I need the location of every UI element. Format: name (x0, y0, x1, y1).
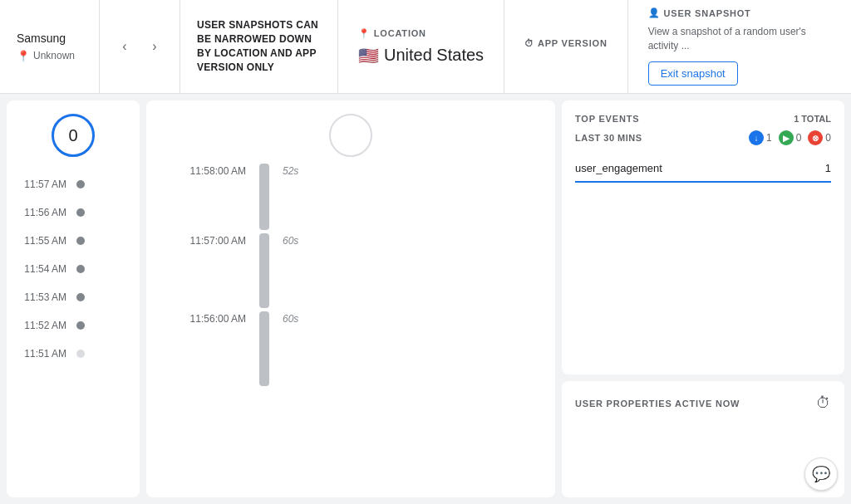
user-properties-header: USER PROPERTIES ACTIVE NOW ⏱ (575, 394, 831, 412)
segment-bar-container (259, 233, 269, 308)
timeline-time: 11:57 AM (20, 179, 66, 190)
app-version-label: ⏱ APP VERSION (524, 38, 608, 48)
total-badge: 1 TOTAL (794, 114, 831, 124)
event-counts: ↓ 1 ▶ 0 ⊗ 0 (749, 130, 831, 145)
feedback-button[interactable]: 💬 (804, 458, 838, 491)
location-label-header: 📍 LOCATION (358, 28, 484, 39)
last-30-mins-label: LAST 30 MINS (575, 133, 642, 143)
segment-time-label: 11:58:00 AM (160, 164, 259, 177)
timeline-item: 11:53 AM (13, 283, 133, 311)
timeline-item: 11:57 AM (13, 170, 133, 198)
timeline-item: 11:51 AM (13, 340, 133, 368)
event-name: user_engagement (575, 162, 662, 174)
device-location: 📍 Unknown (17, 50, 75, 62)
snapshot-info-section: USER SNAPSHOTS CAN BE NARROWED DOWN BY L… (180, 0, 338, 93)
center-segment: 11:58:00 AM52s (160, 164, 542, 230)
user-snapshot-description: View a snapshot of a random user's activ… (648, 25, 831, 53)
timeline-time: 11:56 AM (20, 207, 66, 218)
timeline-time: 11:52 AM (20, 320, 66, 331)
flag-icon: 🇺🇸 (358, 46, 379, 66)
timeline-dot (76, 265, 85, 273)
timeline-time: 11:55 AM (20, 235, 66, 247)
top-events-title: TOP EVENTS (575, 114, 639, 124)
segment-bar (259, 164, 269, 230)
location-content: 🇺🇸 United States (358, 46, 484, 66)
user-snapshot-section: 👤 USER SNAPSHOT View a snapshot of a ran… (628, 0, 851, 93)
feedback-icon: 💬 (812, 465, 830, 483)
center-segment: 11:57:00 AM60s (160, 233, 542, 308)
timeline-list: 11:57 AM 11:56 AM 11:55 AM 11:54 AM 11:5… (13, 170, 133, 368)
user-snapshot-icon: 👤 (648, 7, 661, 18)
user-properties-card: USER PROPERTIES ACTIVE NOW ⏱ (562, 381, 844, 497)
top-events-card: TOP EVENTS 1 TOTAL LAST 30 MINS ↓ 1 ▶ 0 … (562, 100, 844, 374)
user-properties-title: USER PROPERTIES ACTIVE NOW (575, 399, 740, 409)
center-segment: 11:56:00 AM60s (160, 311, 542, 386)
count-value: 1 (766, 132, 772, 144)
segment-time-label: 11:57:00 AM (160, 233, 259, 247)
pin-icon: 📍 (17, 50, 30, 62)
timeline-dot (76, 208, 85, 217)
prev-arrow-button[interactable]: ‹ (113, 35, 136, 58)
right-panel: TOP EVENTS 1 TOTAL LAST 30 MINS ↓ 1 ▶ 0 … (562, 100, 844, 497)
event-counter: 0 (52, 114, 95, 157)
device-name: Samsung (17, 32, 75, 45)
timeline-time: 11:53 AM (20, 291, 66, 303)
center-timeline: 11:58:00 AM52s11:57:00 AM60s11:56:00 AM6… (160, 164, 542, 484)
timeline-item: 11:54 AM (13, 255, 133, 283)
location-pin-icon: 📍 (358, 28, 371, 39)
timeline-item: 11:55 AM (13, 227, 133, 255)
top-bar: Samsung 📍 Unknown ‹ › USER SNAPSHOTS CAN… (0, 0, 851, 94)
history-icon: ⏱ (816, 394, 831, 412)
center-timeline-panel: 11:58:00 AM52s11:57:00 AM60s11:56:00 AM6… (146, 100, 555, 497)
timeline-dot (76, 321, 85, 330)
events-subheader: LAST 30 MINS ↓ 1 ▶ 0 ⊗ 0 (575, 130, 831, 145)
timeline-dot (76, 293, 85, 301)
main-content: 0 11:57 AM 11:56 AM 11:55 AM 11:54 AM 11… (0, 94, 851, 504)
event-count-item: ⊗ 0 (808, 130, 831, 145)
duration-label: 52s (269, 164, 298, 177)
segment-bar (259, 311, 269, 386)
timeline-dot (76, 350, 85, 358)
timeline-dot (76, 180, 85, 188)
location-label: Unknown (33, 50, 75, 61)
timeline-dot (76, 237, 85, 245)
count-value: 0 (825, 132, 831, 144)
duration-label: 60s (269, 233, 298, 247)
timeline-item: 11:52 AM (13, 311, 133, 340)
phone-icon-circle (329, 114, 372, 157)
user-snapshot-label: 👤 USER SNAPSHOT (648, 7, 831, 18)
app-version-icon: ⏱ (524, 38, 534, 48)
nav-arrows: ‹ › (100, 0, 180, 93)
segment-time-label: 11:56:00 AM (160, 311, 259, 325)
event-row[interactable]: user_engagement 1 (575, 155, 831, 183)
timeline-time: 11:54 AM (20, 263, 66, 275)
event-count-item: ↓ 1 (749, 130, 772, 145)
event-count-item: ▶ 0 (779, 130, 802, 145)
duration-label: 60s (269, 311, 298, 325)
next-arrow-button[interactable]: › (143, 35, 166, 58)
count-dot-blue: ↓ (749, 130, 764, 145)
timeline-time: 11:51 AM (20, 348, 66, 360)
count-value: 0 (796, 132, 802, 144)
segment-bar (259, 233, 269, 308)
exit-snapshot-button[interactable]: Exit snapshot (648, 61, 738, 86)
segment-bar-container (259, 164, 269, 230)
count-dot-green: ▶ (779, 130, 794, 145)
top-events-header: TOP EVENTS 1 TOTAL (575, 114, 831, 124)
timeline-item: 11:56 AM (13, 198, 133, 227)
events-list: user_engagement 1 (575, 155, 831, 183)
country-name: United States (384, 46, 484, 65)
count-dot-orange: ⊗ (808, 130, 823, 145)
snapshot-info-text: USER SNAPSHOTS CAN BE NARROWED DOWN BY L… (197, 18, 321, 74)
device-section: Samsung 📍 Unknown (0, 0, 100, 93)
segment-bar-container (259, 311, 269, 386)
event-count-value: 1 (825, 162, 831, 174)
device-info: Samsung 📍 Unknown (17, 32, 75, 62)
left-timeline-panel: 0 11:57 AM 11:56 AM 11:55 AM 11:54 AM 11… (7, 100, 140, 497)
app-version-section: ⏱ APP VERSION (504, 0, 628, 93)
location-section: 📍 LOCATION 🇺🇸 United States (338, 0, 504, 93)
